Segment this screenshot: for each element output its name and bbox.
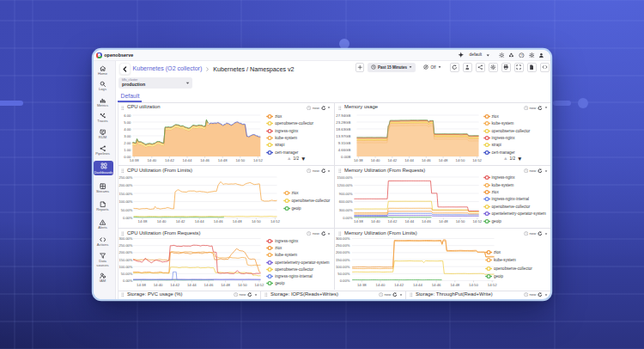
svg-text:5.00: 5.00 [124, 120, 131, 125]
svg-text:14:42: 14:42 [388, 219, 398, 223]
svg-text:2.00: 2.00 [124, 141, 131, 145]
svg-text:14:50: 14:50 [469, 283, 478, 287]
svg-text:14:46: 14:46 [200, 158, 210, 162]
svg-text:9.31GB: 9.31GB [338, 141, 351, 145]
svg-text:14:42: 14:42 [387, 158, 397, 162]
svg-text:4.00: 4.00 [124, 127, 131, 132]
svg-text:14:44: 14:44 [413, 283, 422, 287]
svg-text:14:46: 14:46 [432, 283, 441, 287]
svg-text:14:52: 14:52 [270, 219, 280, 223]
svg-text:14:42: 14:42 [176, 219, 185, 223]
svg-text:23.28GB: 23.28GB [336, 120, 350, 125]
svg-text:1.00: 1.00 [124, 148, 131, 152]
svg-text:14:44: 14:44 [195, 219, 204, 223]
svg-text:14:42: 14:42 [165, 158, 174, 162]
svg-text:50.00%: 50.00% [337, 272, 349, 276]
svg-text:4.66GB: 4.66GB [338, 148, 351, 152]
svg-text:14:48: 14:48 [439, 158, 448, 162]
svg-text:27.94GB: 27.94GB [336, 113, 350, 118]
svg-text:14:40: 14:40 [376, 283, 386, 287]
svg-text:600.00%: 600.00% [339, 199, 353, 204]
svg-text:13.97GB: 13.97GB [336, 134, 350, 138]
svg-text:0.00%: 0.00% [123, 216, 133, 220]
svg-text:0.00%: 0.00% [123, 279, 133, 283]
svg-text:14:38: 14:38 [357, 283, 367, 287]
svg-text:300.00%: 300.00% [339, 208, 353, 212]
svg-text:14:40: 14:40 [371, 219, 380, 223]
svg-text:1200.00%: 1200.00% [337, 183, 352, 187]
svg-text:14:44: 14:44 [187, 283, 197, 287]
svg-text:14:50: 14:50 [456, 219, 465, 223]
svg-text:14:52: 14:52 [488, 283, 497, 287]
svg-text:14:46: 14:46 [422, 219, 431, 223]
svg-text:14:48: 14:48 [218, 158, 228, 162]
svg-text:14:38: 14:38 [138, 219, 148, 223]
svg-text:14:46: 14:46 [422, 158, 431, 162]
svg-text:14:50: 14:50 [252, 219, 261, 223]
svg-text:200.00%: 200.00% [119, 250, 133, 254]
svg-text:14:38: 14:38 [137, 283, 146, 287]
svg-text:14:40: 14:40 [154, 283, 163, 287]
svg-text:50.00%: 50.00% [121, 208, 133, 212]
svg-text:14:48: 14:48 [450, 283, 459, 287]
svg-text:1500.00%: 1500.00% [337, 175, 352, 180]
svg-text:0.00B: 0.00B [341, 155, 350, 159]
svg-text:14:48: 14:48 [439, 219, 448, 223]
svg-text:250.00%: 250.00% [119, 243, 133, 248]
svg-text:14:50: 14:50 [238, 283, 247, 287]
svg-text:200.00%: 200.00% [336, 250, 350, 254]
svg-text:200.00%: 200.00% [119, 183, 133, 187]
svg-text:14:44: 14:44 [183, 158, 192, 162]
svg-text:50.00%: 50.00% [121, 272, 133, 276]
svg-text:14:40: 14:40 [147, 158, 156, 162]
svg-text:300.00%: 300.00% [336, 236, 350, 241]
svg-text:14:40: 14:40 [157, 219, 167, 223]
svg-text:14:38: 14:38 [354, 158, 363, 162]
svg-text:14:46: 14:46 [214, 219, 223, 223]
svg-text:0.00: 0.00 [124, 155, 131, 159]
svg-text:14:52: 14:52 [472, 219, 482, 223]
svg-text:18.63GB: 18.63GB [336, 127, 350, 132]
svg-text:100.00%: 100.00% [119, 199, 133, 204]
svg-text:150.00%: 150.00% [119, 192, 133, 196]
svg-text:100.00%: 100.00% [336, 265, 350, 269]
svg-text:14:50: 14:50 [235, 158, 245, 162]
svg-text:14:50: 14:50 [456, 158, 465, 162]
svg-text:14:48: 14:48 [233, 219, 242, 223]
svg-text:6.00: 6.00 [124, 113, 131, 118]
svg-text:3.00: 3.00 [124, 134, 131, 138]
svg-text:900.00%: 900.00% [339, 192, 353, 196]
svg-text:0.00%: 0.00% [343, 216, 353, 220]
svg-text:14:38: 14:38 [130, 158, 139, 162]
svg-text:14:48: 14:48 [221, 283, 230, 287]
svg-text:150.00%: 150.00% [119, 258, 133, 262]
svg-text:250.00%: 250.00% [119, 175, 133, 180]
svg-text:14:44: 14:44 [404, 219, 414, 223]
svg-text:300.00%: 300.00% [119, 236, 133, 241]
svg-text:0.00%: 0.00% [340, 279, 350, 283]
svg-text:100.00%: 100.00% [119, 265, 133, 269]
svg-text:14:40: 14:40 [371, 158, 380, 162]
svg-text:14:42: 14:42 [170, 283, 179, 287]
svg-text:14:38: 14:38 [354, 219, 363, 223]
svg-text:14:52: 14:52 [255, 283, 264, 287]
svg-text:14:52: 14:52 [472, 158, 482, 162]
svg-text:250.00%: 250.00% [336, 243, 350, 248]
svg-text:14:52: 14:52 [253, 158, 263, 162]
svg-text:14:46: 14:46 [204, 283, 214, 287]
svg-text:14:44: 14:44 [404, 158, 414, 162]
svg-text:150.00%: 150.00% [336, 258, 350, 262]
svg-text:14:42: 14:42 [394, 283, 404, 287]
